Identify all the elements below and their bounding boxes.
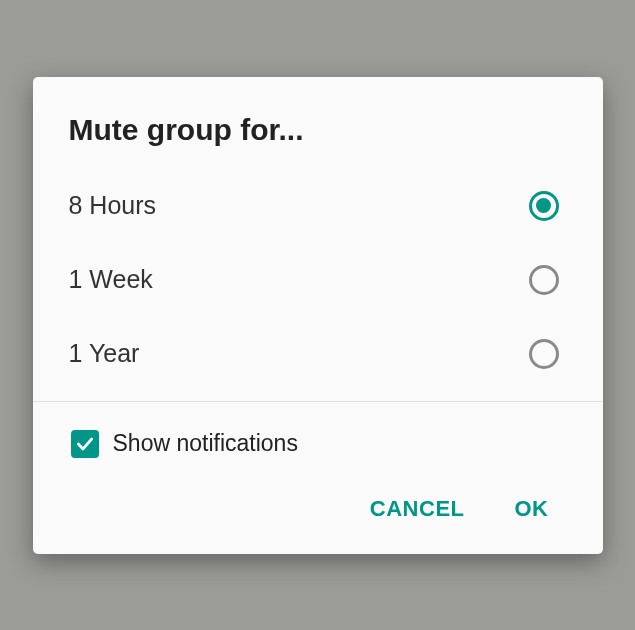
radio-selected-icon [529,191,559,221]
cancel-button[interactable]: CANCEL [370,496,465,522]
option-8-hours[interactable]: 8 Hours [33,169,603,243]
mute-group-dialog: Mute group for... 8 Hours 1 Week 1 Year … [33,77,603,554]
option-label: 8 Hours [69,191,157,220]
checkbox-label: Show notifications [113,430,298,457]
radio-unselected-icon [529,265,559,295]
option-1-year[interactable]: 1 Year [33,317,603,391]
option-1-week[interactable]: 1 Week [33,243,603,317]
radio-unselected-icon [529,339,559,369]
show-notifications-checkbox[interactable]: Show notifications [33,402,603,486]
ok-button[interactable]: OK [515,496,549,522]
checkbox-checked-icon [71,430,99,458]
dialog-actions: CANCEL OK [33,486,603,542]
option-label: 1 Week [69,265,153,294]
option-label: 1 Year [69,339,140,368]
dialog-title: Mute group for... [33,77,603,169]
